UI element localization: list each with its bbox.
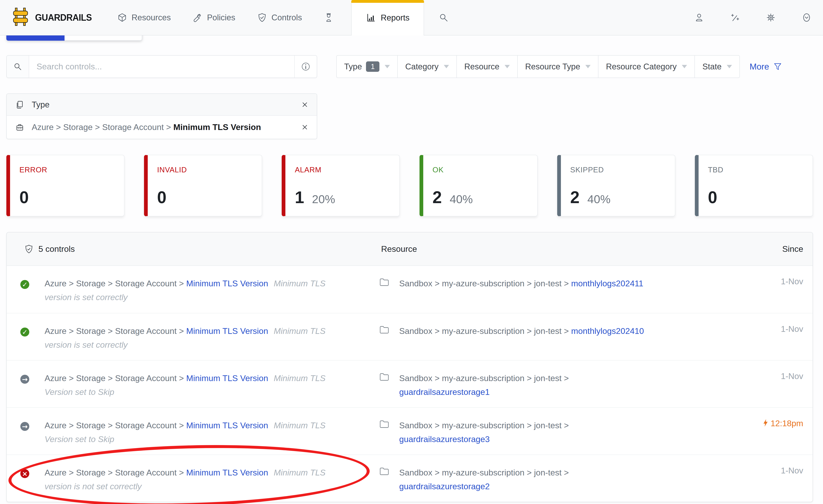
control-reason-line2: version is set correctly [44,293,128,302]
remove-filter-group-button[interactable] [301,101,308,108]
resource-cell: Sandbox > my-azure-subscription > jon-te… [394,408,732,455]
control-reason-line2: Version set to Skip [44,387,114,397]
control-breadcrumb: Azure > Storage > Storage Account > [44,421,186,430]
control-reason-line1: Minimum TLS [274,468,326,477]
filter-label: State [702,62,721,71]
nav-item-policies[interactable]: Policies [193,13,235,22]
since-column-header: Since [732,244,813,254]
nav-item-controls[interactable]: Controls [257,13,302,22]
status-card[interactable]: INVALID 0 [144,155,262,216]
chevron-down-icon [727,65,732,68]
guardrails-logo-icon [12,7,30,28]
account-menu-button[interactable] [802,12,811,23]
filter-count-badge: 1 [366,61,379,72]
state-cell: → [7,361,38,407]
status-card[interactable]: SKIPPED 2 40% [557,155,675,216]
search-icon [439,12,449,23]
search-info-button[interactable] [294,55,317,77]
control-link[interactable]: Minimum TLS Version [186,279,268,288]
control-link[interactable]: Minimum TLS Version [186,468,268,477]
more-filters-button[interactable]: More [750,61,782,71]
status-card[interactable]: TBD 0 [695,155,813,216]
filter-label: Resource Category [606,62,677,71]
filter-dropdown-button[interactable]: Category [397,55,457,78]
since-value: 12:18pm [771,418,803,428]
filter-dropdown-button[interactable]: State [694,55,740,78]
resource-link[interactable]: guardrailsazurestorage3 [399,435,490,444]
status-card[interactable]: ALARM 1 20% [282,155,400,216]
resource-link[interactable]: guardrailsazurestorage1 [399,387,490,397]
resource-breadcrumb: Sandbox > my-azure-subscription > jon-te… [399,373,569,383]
resource-breadcrumb: Sandbox > my-azure-subscription > jon-te… [399,421,569,430]
filter-panel-header: Type [7,94,317,116]
control-reason-line1: Minimum TLS [274,326,326,336]
guardrails-reports-screen: GUARDRAILS Resources Policies Controls [0,0,823,504]
folder-icon [379,278,389,286]
status-card[interactable]: ERROR 0 [6,155,125,216]
filter-dropdown-button[interactable]: Resource Type [517,55,599,78]
control-cell: Azure > Storage > Storage Account > Mini… [38,266,375,313]
since-value: 1-Nov [781,277,803,286]
resource-link[interactable]: monthlylogs202411 [571,279,643,288]
filter-dropdown-button[interactable]: Resource [457,55,518,78]
filter-dropdown-button[interactable]: Resource Category [598,55,695,78]
tab-reports[interactable]: Reports [351,0,424,35]
automation-button[interactable] [730,13,740,22]
pawn-icon [324,13,333,22]
control-state-icon: × [20,469,29,478]
control-link[interactable]: Minimum TLS Version [186,373,268,383]
status-card-label: SKIPPED [570,166,675,174]
bar-chart-icon [366,13,376,23]
control-breadcrumb: Azure > Storage > Storage Account > [44,373,186,383]
filter-button-group: Type 1 Category Resource Resource Type R… [336,55,740,78]
filter-label: Resource Type [525,62,580,71]
filter-chip-path: Azure > Storage > Storage Account > Mini… [32,122,261,132]
nav-item-workspace[interactable] [324,13,338,22]
search-icon-cell [7,55,29,77]
resource-cell: Sandbox > my-azure-subscription > jon-te… [394,266,732,313]
lightning-icon [763,419,768,427]
since-value: 1-Nov [781,371,803,381]
more-label: More [750,61,769,71]
settings-button[interactable] [766,13,776,22]
chevron-down-icon [444,65,449,68]
info-icon [301,62,311,71]
control-cell: Azure > Storage > Storage Account > Mini… [38,408,375,455]
chevron-down-icon [505,65,510,68]
controls-search-box [6,55,317,78]
resource-column-header: Resource [375,244,732,254]
search-icon [13,62,22,71]
resource-link[interactable]: guardrailsazurestorage2 [399,482,490,491]
since-cell: 1-Nov [732,313,813,360]
close-icon [301,124,308,131]
status-card-value: 0 [708,188,717,207]
user-button[interactable] [694,13,704,22]
resource-cell: Sandbox > my-azure-subscription > jon-te… [394,455,732,502]
search-input[interactable] [29,55,294,77]
wrench-icon [193,13,203,22]
remove-filter-chip-button[interactable] [301,124,308,131]
resource-folder-cell [375,313,394,360]
table-row: × Azure > Storage > Storage Account > Mi… [7,455,813,502]
control-state-icon: → [20,422,29,431]
resource-link[interactable]: monthlylogs202410 [571,326,644,336]
nav-item-resources[interactable]: Resources [117,13,171,22]
status-card[interactable]: OK 2 40% [420,155,538,216]
status-card-label: TBD [708,166,813,174]
since-cell: 12:18pm [732,408,813,455]
since-cell: 1-Nov [732,455,813,502]
funnel-icon [773,62,782,71]
pages-icon [15,100,24,109]
nav-search-button[interactable] [439,12,449,23]
brand[interactable]: GUARDRAILS [12,7,95,28]
folder-icon [379,325,389,334]
filter-chip-crumbs: Azure > Storage > Storage Account > [32,122,173,132]
control-link[interactable]: Minimum TLS Version [186,326,268,336]
controls-table-body: ✓ Azure > Storage > Storage Account > Mi… [7,266,813,502]
control-link[interactable]: Minimum TLS Version [186,421,268,430]
control-state-icon: ✓ [20,328,29,336]
folder-icon [379,467,389,476]
state-cell: → [7,408,38,455]
filter-dropdown-button[interactable]: Type 1 [336,55,398,78]
nav-item-label: Controls [272,13,302,22]
